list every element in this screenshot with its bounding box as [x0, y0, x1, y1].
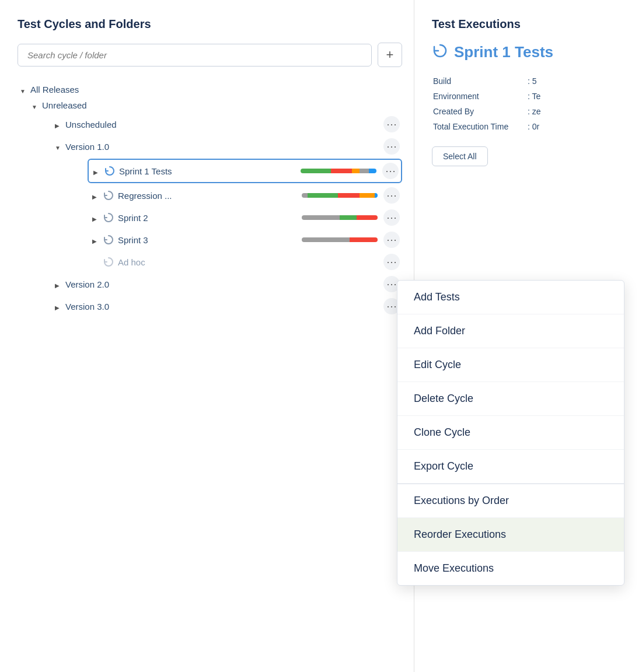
sprint1-group: Sprint 1 Tests ⋯ — [53, 159, 402, 183]
search-row: + — [18, 43, 402, 67]
version2-group: Version 2.0 ⋯ — [29, 273, 402, 295]
dots-version1[interactable]: ⋯ — [383, 138, 400, 155]
tree-row-regression[interactable]: Regression ... ⋯ — [88, 184, 402, 206]
sprint2-label: Sprint 2 — [118, 213, 148, 223]
tree: All Releases Unreleased Unscheduled — [18, 82, 402, 317]
all-releases-label: All Releases — [30, 85, 79, 94]
version-1-group: Version 1.0 ⋯ — [29, 135, 402, 273]
action-row: Select All — [432, 146, 630, 166]
tree-row-unreleased[interactable]: Unreleased — [29, 97, 402, 113]
dots-adhoc[interactable]: ⋯ — [383, 254, 400, 270]
search-input[interactable] — [18, 44, 372, 66]
triangle-version3 — [55, 302, 63, 310]
add-cycle-button[interactable]: + — [378, 43, 402, 67]
menu-item-executions-order[interactable]: Executions by Order — [397, 484, 624, 518]
cycle-icon-regression — [103, 190, 114, 201]
menu-item-clone-cycle[interactable]: Clone Cycle — [397, 416, 624, 450]
select-all-button[interactable]: Select All — [432, 146, 488, 166]
main-container: Test Cycles and Folders + All Releases U… — [0, 0, 642, 672]
triangle-version2 — [55, 280, 63, 288]
build-label: Build — [433, 74, 526, 88]
version3-label: Version 3.0 — [65, 302, 109, 312]
cycle-header: Sprint 1 Tests — [432, 43, 630, 61]
meta-row-env: Environment : Te — [433, 89, 629, 103]
meta-row-build: Build : 5 — [433, 74, 629, 88]
sprint3-group: Sprint 3 ⋯ — [53, 229, 402, 251]
build-value: : 5 — [528, 74, 629, 88]
triangle-regression — [92, 191, 100, 200]
sprint3-label: Sprint 3 — [118, 235, 148, 245]
triangle-sprint2 — [92, 214, 100, 222]
regression-group: Regression ... ⋯ — [53, 184, 402, 206]
sprint1-progress — [301, 169, 376, 173]
triangle-unreleased — [32, 102, 40, 110]
version2-label: Version 2.0 — [65, 279, 109, 289]
adhoc-group: Ad hoc ⋯ — [53, 251, 402, 273]
meta-row-created: Created By : ze — [433, 104, 629, 118]
triangle-unscheduled — [55, 120, 63, 128]
cycle-icon-sprint1 — [104, 165, 116, 177]
version1-label: Version 1.0 — [65, 142, 109, 152]
dots-unscheduled[interactable]: ⋯ — [383, 116, 400, 132]
unreleased-group: Unreleased Unscheduled ⋯ — [18, 97, 402, 317]
sprint2-group: Sprint 2 ⋯ — [53, 206, 402, 229]
cycle-icon-sprint3 — [103, 234, 114, 246]
menu-item-delete-cycle[interactable]: Delete Cycle — [397, 382, 624, 416]
meta-row-time: Total Execution Time : 0r — [433, 120, 629, 134]
menu-item-add-tests[interactable]: Add Tests — [397, 281, 624, 314]
cycle-icon-sprint2 — [103, 212, 114, 223]
cycle-refresh-icon — [432, 43, 448, 61]
sprint1-label: Sprint 1 Tests — [119, 166, 172, 176]
tree-row-all-releases[interactable]: All Releases — [18, 82, 402, 97]
triangle-sprint3 — [92, 236, 100, 244]
tree-row-sprint2[interactable]: Sprint 2 ⋯ — [88, 206, 402, 229]
triangle-all-releases — [20, 86, 28, 94]
meta-table: Build : 5 Environment : Te Created By : … — [432, 73, 630, 135]
tree-row-adhoc[interactable]: Ad hoc ⋯ — [88, 251, 402, 273]
menu-item-export-cycle[interactable]: Export Cycle — [397, 450, 624, 484]
right-panel-title: Test Executions — [432, 18, 630, 31]
sprint3-progress — [302, 237, 378, 242]
triangle-version1 — [55, 142, 63, 150]
triangle-sprint1 — [93, 167, 102, 175]
regression-label: Regression ... — [118, 191, 172, 201]
dots-sprint3[interactable]: ⋯ — [383, 232, 400, 248]
tree-row-sprint1[interactable]: Sprint 1 Tests ⋯ — [88, 159, 402, 183]
unreleased-label: Unreleased — [42, 100, 87, 110]
created-value: : ze — [528, 104, 629, 118]
adhoc-label: Ad hoc — [118, 257, 145, 267]
context-menu: Add Tests Add Folder Edit Cycle Delete C… — [397, 280, 624, 586]
regression-progress — [302, 193, 378, 198]
tree-row-version3[interactable]: Version 3.0 ⋯ — [53, 295, 402, 317]
tree-row-version2[interactable]: Version 2.0 ⋯ — [53, 273, 402, 295]
unscheduled-label: Unscheduled — [65, 120, 117, 130]
version3-group: Version 3.0 ⋯ — [29, 295, 402, 317]
menu-item-edit-cycle[interactable]: Edit Cycle — [397, 348, 624, 382]
dots-sprint1[interactable]: ⋯ — [382, 163, 399, 179]
left-panel: Test Cycles and Folders + All Releases U… — [0, 0, 414, 672]
dots-regression[interactable]: ⋯ — [383, 187, 400, 204]
sprint2-progress — [302, 215, 378, 220]
unscheduled-group: Unscheduled ⋯ — [29, 113, 402, 135]
time-label: Total Execution Time — [433, 120, 526, 134]
env-label: Environment — [433, 89, 526, 103]
cycle-icon-adhoc — [103, 256, 114, 268]
created-label: Created By — [433, 104, 526, 118]
left-panel-title: Test Cycles and Folders — [18, 18, 402, 31]
tree-row-sprint3[interactable]: Sprint 3 ⋯ — [88, 229, 402, 251]
dots-sprint2[interactable]: ⋯ — [383, 209, 400, 226]
tree-row-unscheduled[interactable]: Unscheduled ⋯ — [53, 113, 402, 135]
cycle-name: Sprint 1 Tests — [454, 43, 553, 61]
menu-item-reorder-executions[interactable]: Reorder Executions — [397, 518, 624, 552]
menu-item-add-folder[interactable]: Add Folder — [397, 314, 624, 348]
tree-item-all-releases: All Releases Unreleased Unscheduled — [18, 82, 402, 317]
env-value: : Te — [528, 89, 629, 103]
menu-item-move-executions[interactable]: Move Executions — [397, 552, 624, 585]
time-value: : 0r — [528, 120, 629, 134]
tree-row-version1[interactable]: Version 1.0 ⋯ — [53, 135, 402, 158]
